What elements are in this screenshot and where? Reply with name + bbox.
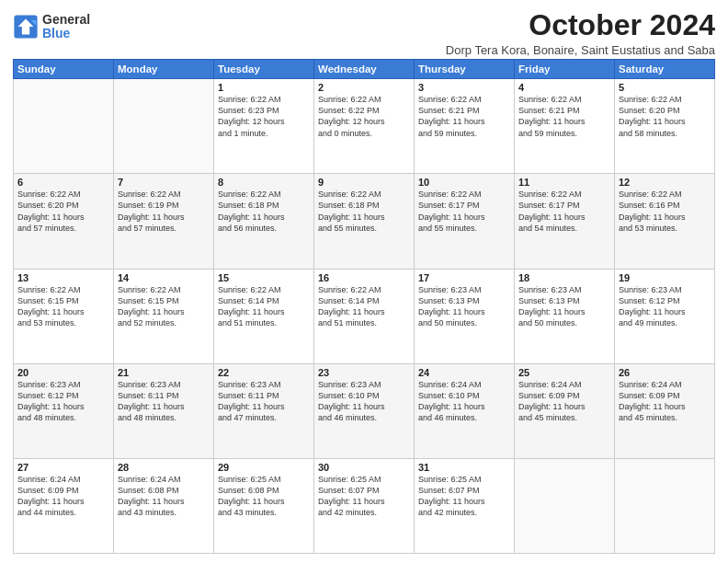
day-cell: 7Sunrise: 6:22 AM Sunset: 6:19 PM Daylig… (114, 174, 214, 269)
logo-text: General Blue (42, 13, 90, 41)
day-number: 22 (218, 367, 310, 378)
day-cell: 3Sunrise: 6:22 AM Sunset: 6:21 PM Daylig… (415, 79, 515, 174)
day-info: Sunrise: 6:24 AM Sunset: 6:09 PM Dayligh… (518, 379, 610, 424)
day-cell: 5Sunrise: 6:22 AM Sunset: 6:20 PM Daylig… (615, 79, 715, 174)
title-block: October 2024 Dorp Tera Kora, Bonaire, Sa… (446, 9, 715, 57)
day-info: Sunrise: 6:23 AM Sunset: 6:13 PM Dayligh… (418, 284, 510, 329)
day-number: 14 (118, 272, 210, 283)
week-row-2: 13Sunrise: 6:22 AM Sunset: 6:15 PM Dayli… (14, 269, 715, 363)
col-monday: Monday (114, 60, 214, 79)
day-info: Sunrise: 6:24 AM Sunset: 6:09 PM Dayligh… (619, 379, 711, 424)
day-info: Sunrise: 6:25 AM Sunset: 6:07 PM Dayligh… (318, 474, 410, 519)
day-info: Sunrise: 6:22 AM Sunset: 6:15 PM Dayligh… (17, 284, 109, 329)
logo-blue: Blue (42, 27, 90, 40)
day-cell: 16Sunrise: 6:22 AM Sunset: 6:14 PM Dayli… (314, 269, 415, 363)
day-cell: 18Sunrise: 6:23 AM Sunset: 6:13 PM Dayli… (515, 269, 615, 363)
day-number: 16 (318, 272, 410, 283)
day-cell: 21Sunrise: 6:23 AM Sunset: 6:11 PM Dayli… (114, 363, 214, 458)
day-cell: 31Sunrise: 6:25 AM Sunset: 6:07 PM Dayli… (415, 458, 515, 553)
day-number: 7 (118, 177, 210, 188)
day-info: Sunrise: 6:25 AM Sunset: 6:07 PM Dayligh… (418, 474, 510, 519)
day-info: Sunrise: 6:22 AM Sunset: 6:18 PM Dayligh… (318, 189, 410, 234)
day-number: 30 (318, 462, 410, 473)
day-number: 4 (518, 82, 610, 93)
day-cell: 29Sunrise: 6:25 AM Sunset: 6:08 PM Dayli… (214, 458, 314, 553)
day-cell (615, 458, 715, 553)
col-tuesday: Tuesday (214, 60, 314, 79)
day-number: 29 (218, 462, 310, 473)
day-number: 18 (518, 272, 610, 283)
day-number: 28 (118, 462, 210, 473)
day-number: 26 (619, 367, 711, 378)
day-number: 27 (17, 462, 109, 473)
day-cell: 26Sunrise: 6:24 AM Sunset: 6:09 PM Dayli… (615, 363, 715, 458)
day-number: 12 (619, 177, 711, 188)
day-cell: 20Sunrise: 6:23 AM Sunset: 6:12 PM Dayli… (14, 363, 114, 458)
day-info: Sunrise: 6:24 AM Sunset: 6:10 PM Dayligh… (418, 379, 510, 424)
day-number: 19 (619, 272, 711, 283)
day-cell: 8Sunrise: 6:22 AM Sunset: 6:18 PM Daylig… (214, 174, 314, 269)
day-number: 17 (418, 272, 510, 283)
day-number: 2 (318, 82, 410, 93)
day-info: Sunrise: 6:23 AM Sunset: 6:11 PM Dayligh… (118, 379, 210, 424)
day-number: 6 (17, 177, 109, 188)
day-number: 3 (418, 82, 510, 93)
day-info: Sunrise: 6:22 AM Sunset: 6:22 PM Dayligh… (318, 94, 410, 139)
week-row-0: 1Sunrise: 6:22 AM Sunset: 6:23 PM Daylig… (14, 79, 715, 174)
day-cell: 13Sunrise: 6:22 AM Sunset: 6:15 PM Dayli… (14, 269, 114, 363)
calendar: Sunday Monday Tuesday Wednesday Thursday… (13, 59, 715, 554)
day-info: Sunrise: 6:22 AM Sunset: 6:14 PM Dayligh… (318, 284, 410, 329)
day-cell: 12Sunrise: 6:22 AM Sunset: 6:16 PM Dayli… (615, 174, 715, 269)
day-info: Sunrise: 6:22 AM Sunset: 6:17 PM Dayligh… (418, 189, 510, 234)
day-cell (515, 458, 615, 553)
day-cell: 6Sunrise: 6:22 AM Sunset: 6:20 PM Daylig… (14, 174, 114, 269)
day-info: Sunrise: 6:25 AM Sunset: 6:08 PM Dayligh… (218, 474, 310, 519)
day-info: Sunrise: 6:23 AM Sunset: 6:12 PM Dayligh… (17, 379, 109, 424)
day-info: Sunrise: 6:23 AM Sunset: 6:12 PM Dayligh… (619, 284, 711, 329)
day-info: Sunrise: 6:22 AM Sunset: 6:18 PM Dayligh… (218, 189, 310, 234)
day-number: 8 (218, 177, 310, 188)
day-number: 25 (518, 367, 610, 378)
day-number: 13 (17, 272, 109, 283)
day-info: Sunrise: 6:23 AM Sunset: 6:10 PM Dayligh… (318, 379, 410, 424)
col-thursday: Thursday (415, 60, 515, 79)
col-saturday: Saturday (615, 60, 715, 79)
day-number: 15 (218, 272, 310, 283)
col-sunday: Sunday (14, 60, 114, 79)
day-info: Sunrise: 6:23 AM Sunset: 6:11 PM Dayligh… (218, 379, 310, 424)
day-info: Sunrise: 6:23 AM Sunset: 6:13 PM Dayligh… (518, 284, 610, 329)
day-cell: 24Sunrise: 6:24 AM Sunset: 6:10 PM Dayli… (415, 363, 515, 458)
day-number: 20 (17, 367, 109, 378)
logo: General Blue (13, 13, 90, 41)
day-cell: 9Sunrise: 6:22 AM Sunset: 6:18 PM Daylig… (314, 174, 415, 269)
day-number: 31 (418, 462, 510, 473)
week-row-1: 6Sunrise: 6:22 AM Sunset: 6:20 PM Daylig… (14, 174, 715, 269)
day-cell: 22Sunrise: 6:23 AM Sunset: 6:11 PM Dayli… (214, 363, 314, 458)
day-info: Sunrise: 6:24 AM Sunset: 6:09 PM Dayligh… (17, 474, 109, 519)
day-info: Sunrise: 6:22 AM Sunset: 6:21 PM Dayligh… (518, 94, 610, 139)
day-cell: 25Sunrise: 6:24 AM Sunset: 6:09 PM Dayli… (515, 363, 615, 458)
day-cell: 28Sunrise: 6:24 AM Sunset: 6:08 PM Dayli… (114, 458, 214, 553)
day-number: 10 (418, 177, 510, 188)
day-cell: 27Sunrise: 6:24 AM Sunset: 6:09 PM Dayli… (14, 458, 114, 553)
col-friday: Friday (515, 60, 615, 79)
subtitle: Dorp Tera Kora, Bonaire, Saint Eustatius… (446, 43, 715, 57)
logo-general: General (42, 13, 90, 27)
day-cell: 11Sunrise: 6:22 AM Sunset: 6:17 PM Dayli… (515, 174, 615, 269)
col-wednesday: Wednesday (314, 60, 415, 79)
day-cell: 23Sunrise: 6:23 AM Sunset: 6:10 PM Dayli… (314, 363, 415, 458)
day-cell: 17Sunrise: 6:23 AM Sunset: 6:13 PM Dayli… (415, 269, 515, 363)
day-cell: 10Sunrise: 6:22 AM Sunset: 6:17 PM Dayli… (415, 174, 515, 269)
day-number: 21 (118, 367, 210, 378)
day-cell: 14Sunrise: 6:22 AM Sunset: 6:15 PM Dayli… (114, 269, 214, 363)
page: General Blue October 2024 Dorp Tera Kora… (0, 0, 728, 563)
day-cell: 15Sunrise: 6:22 AM Sunset: 6:14 PM Dayli… (214, 269, 314, 363)
day-info: Sunrise: 6:22 AM Sunset: 6:19 PM Dayligh… (118, 189, 210, 234)
logo-icon (13, 14, 39, 40)
day-number: 5 (619, 82, 711, 93)
day-info: Sunrise: 6:22 AM Sunset: 6:15 PM Dayligh… (118, 284, 210, 329)
day-number: 11 (518, 177, 610, 188)
day-info: Sunrise: 6:22 AM Sunset: 6:16 PM Dayligh… (619, 189, 711, 234)
day-info: Sunrise: 6:24 AM Sunset: 6:08 PM Dayligh… (118, 474, 210, 519)
week-row-4: 27Sunrise: 6:24 AM Sunset: 6:09 PM Dayli… (14, 458, 715, 553)
